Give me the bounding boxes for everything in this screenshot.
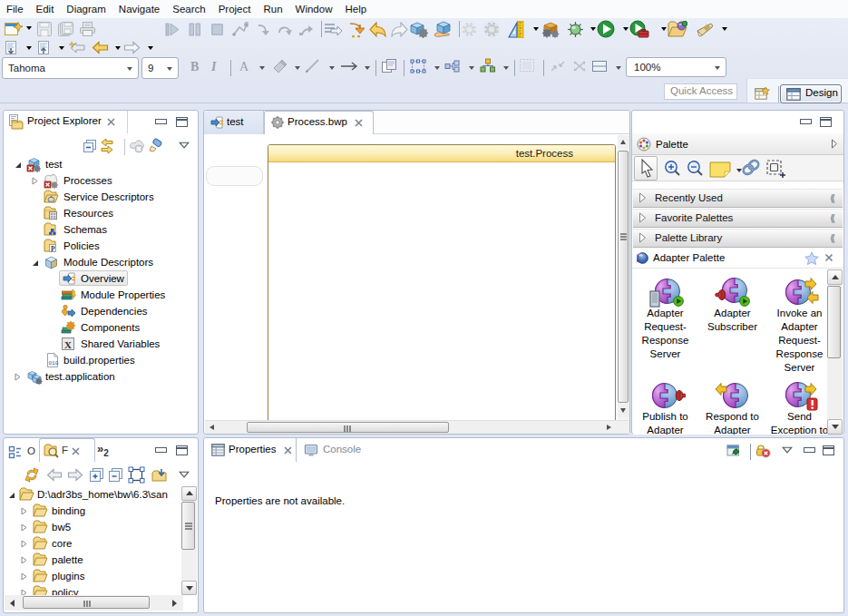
- svg-text:X: X: [64, 339, 72, 350]
- svg-text:P: P: [51, 245, 55, 253]
- svg-text:010: 010: [49, 360, 59, 367]
